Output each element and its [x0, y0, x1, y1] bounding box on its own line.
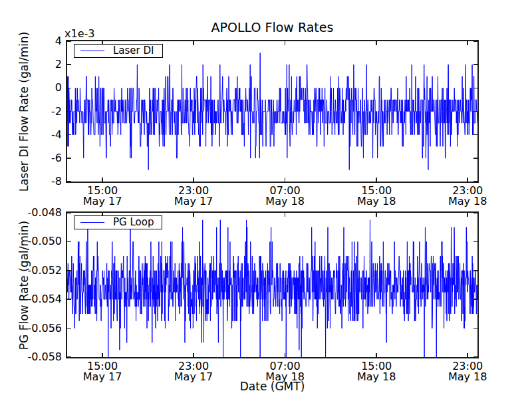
y-tick-label: -0.056 [26, 323, 62, 334]
x-tick-label: 23:00May 17 [159, 361, 228, 382]
y-tick-label: -0.054 [26, 293, 62, 305]
x-tick [376, 178, 377, 182]
x-tick [102, 178, 103, 182]
x-tick [193, 353, 194, 357]
y-tick-label: -0.058 [26, 351, 62, 363]
x-tick-label: 15:00May 17 [68, 361, 137, 382]
y-tick [473, 299, 477, 300]
x-tick [285, 213, 286, 217]
chart-title: APOLLO Flow Rates [66, 20, 479, 35]
y-tick-label: -0.048 [26, 207, 62, 219]
y-tick [473, 88, 477, 89]
y-tick [473, 111, 477, 112]
pg-loop-line-series [67, 213, 477, 357]
x-tick [285, 178, 286, 182]
y-tick-label: -0.050 [26, 235, 62, 247]
x-tick-label: 23:00May 17 [159, 186, 228, 207]
x-tick-label: 15:00May 17 [68, 186, 137, 207]
y-tick-label: -6 [26, 152, 62, 164]
y-axis-offset-label: x1e-3 [65, 27, 94, 40]
x-tick-label: 07:00May 18 [251, 186, 320, 207]
y-tick-label: -8 [26, 176, 62, 188]
y-tick [473, 241, 477, 243]
y-tick [67, 41, 71, 42]
x-tick-label: 15:00May 18 [342, 361, 411, 382]
figure: APOLLO Flow Rates x1e-3 Laser DI Flow Ra… [0, 0, 532, 399]
y-tick [67, 356, 71, 358]
y-tick-label: -2 [26, 106, 62, 118]
x-tick [193, 41, 194, 45]
laser-di-line-series [67, 41, 477, 182]
y-tick [473, 270, 477, 271]
y-tick-label: 4 [26, 35, 62, 47]
y-tick [67, 299, 71, 300]
y-tick [473, 328, 477, 329]
legend-label-laser-di: Laser DI [113, 45, 154, 57]
y-tick [67, 241, 71, 243]
y-tick [67, 212, 71, 213]
y-tick [473, 134, 477, 136]
x-tick-label: 15:00May 18 [342, 186, 411, 207]
legend-line-sample [80, 51, 104, 51]
x-tick [467, 213, 468, 217]
y-tick [473, 41, 477, 42]
y-axis-label-pg: PG Flow Rate (gal/min) [16, 211, 32, 358]
y-tick [67, 270, 71, 271]
axes-pg-loop: PG Loop [66, 211, 479, 358]
y-tick [473, 181, 477, 182]
x-tick [193, 213, 194, 217]
y-tick [473, 212, 477, 213]
y-tick [67, 328, 71, 329]
x-tick [285, 41, 286, 45]
y-tick [473, 64, 477, 65]
y-tick [473, 356, 477, 358]
y-tick-label: -4 [26, 129, 62, 141]
x-tick [467, 178, 468, 182]
axes-laser-di: Laser DI [66, 40, 479, 183]
x-tick [102, 353, 103, 357]
x-tick-label: 23:00May 18 [433, 361, 502, 382]
y-tick [67, 134, 71, 136]
x-tick-label: 23:00May 18 [433, 186, 502, 207]
y-tick-label: -0.052 [26, 265, 62, 277]
y-tick-label: 0 [26, 82, 62, 94]
y-tick [67, 111, 71, 112]
y-tick [67, 88, 71, 89]
x-tick [376, 41, 377, 45]
x-tick [285, 353, 286, 357]
legend-line-sample [80, 222, 104, 223]
y-tick-label: 2 [26, 59, 62, 70]
x-tick [376, 213, 377, 217]
y-tick [67, 158, 71, 159]
x-tick [193, 178, 194, 182]
legend-pg-loop: PG Loop [74, 215, 162, 229]
x-tick [376, 353, 377, 357]
y-tick [67, 181, 71, 182]
x-tick-label: 07:00May 18 [251, 361, 320, 382]
x-tick [467, 41, 468, 45]
x-tick [467, 353, 468, 357]
legend-laser-di: Laser DI [74, 44, 163, 58]
y-tick [473, 158, 477, 159]
y-tick [67, 64, 71, 65]
legend-label-pg-loop: PG Loop [113, 217, 154, 228]
